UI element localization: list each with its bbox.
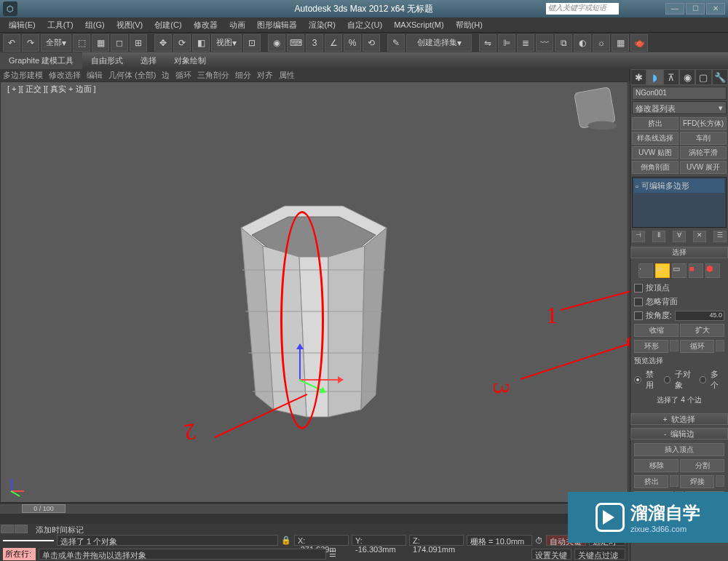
- move-button[interactable]: ✥: [154, 34, 172, 52]
- spinner-snap-button[interactable]: ⟲: [363, 34, 380, 52]
- preview-subobj-radio[interactable]: [664, 376, 670, 383]
- split-button[interactable]: 分割: [680, 459, 724, 472]
- subobj-vertex-button[interactable]: ·: [638, 263, 653, 278]
- layer-button[interactable]: ≣: [517, 34, 534, 52]
- ribbon-properties[interactable]: 属性: [279, 70, 295, 81]
- by-angle-checkbox[interactable]: [634, 311, 643, 320]
- modifier-editable-poly[interactable]: ▫可编辑多边形: [634, 179, 724, 193]
- modifier-stack[interactable]: ▫可编辑多边形: [632, 177, 727, 228]
- configure-sets-button[interactable]: ☰: [713, 231, 727, 242]
- ribbon-geometry[interactable]: 几何体 (全部): [108, 70, 156, 81]
- tab-modify-icon[interactable]: ◗: [646, 69, 662, 85]
- angle-spinner[interactable]: 45.0: [675, 311, 724, 321]
- btn-turbosmooth[interactable]: 涡轮平滑: [680, 146, 727, 159]
- material-editor-button[interactable]: ◐: [574, 34, 591, 52]
- ribbon-subdiv[interactable]: 细分: [235, 70, 251, 81]
- extrude-settings-button[interactable]: [670, 475, 678, 487]
- align-button[interactable]: ⊫: [498, 34, 515, 52]
- tab-motion-icon[interactable]: ◉: [679, 69, 695, 85]
- maximize-button[interactable]: ☐: [686, 3, 705, 15]
- menu-customize[interactable]: 自定义(U): [341, 18, 388, 32]
- time-ruler[interactable]: [0, 514, 628, 524]
- menu-views[interactable]: 视图(V): [111, 18, 149, 32]
- scale-button[interactable]: ◧: [192, 34, 210, 52]
- subobj-element-button[interactable]: ⬢: [705, 263, 720, 278]
- btn-unwrap-uvw[interactable]: UVW 展开: [680, 161, 727, 174]
- ignore-backfacing-checkbox[interactable]: [634, 298, 643, 306]
- time-slider-handle[interactable]: 0 / 100: [22, 504, 66, 513]
- menu-help[interactable]: 帮助(H): [450, 18, 488, 32]
- rollout-edit-edges-header[interactable]: - 编辑边: [630, 428, 728, 439]
- timeline-btn-1[interactable]: [1, 525, 14, 533]
- rollout-selection-header[interactable]: 选择: [630, 247, 728, 258]
- model-hexagon-cup[interactable]: [212, 184, 416, 431]
- weld-settings-button[interactable]: [716, 475, 724, 487]
- ribbon-tab-paint[interactable]: 对象绘制: [165, 52, 215, 69]
- ribbon-tris[interactable]: 三角剖分: [197, 70, 229, 81]
- ring-spinner[interactable]: [670, 340, 678, 351]
- remove-modifier-button[interactable]: ✕: [693, 231, 706, 242]
- key-filters-button[interactable]: 关键点过滤器: [574, 549, 625, 560]
- extrude-edge-button[interactable]: 挤出: [634, 475, 668, 488]
- percent-snap-button[interactable]: %: [344, 34, 361, 52]
- ribbon-tab-freeform[interactable]: 自由形式: [82, 52, 132, 69]
- time-config-icon[interactable]: ⏱: [535, 536, 543, 545]
- coord-y[interactable]: Y: -16.303mm: [352, 535, 406, 546]
- use-pivot-button[interactable]: ⊡: [243, 34, 261, 52]
- ribbon-polymodel[interactable]: 多边形建模: [3, 70, 43, 81]
- select-by-name-button[interactable]: ▦: [92, 34, 109, 52]
- loop-button[interactable]: 循环: [680, 340, 714, 353]
- render-frame-button[interactable]: ▦: [612, 34, 629, 52]
- menu-group[interactable]: 组(G): [79, 18, 111, 32]
- selection-filter-dropdown[interactable]: 全部 ▾: [41, 34, 71, 52]
- edit-named-sel-button[interactable]: ✎: [387, 34, 405, 52]
- loop-spinner[interactable]: [716, 340, 724, 351]
- menu-modifiers[interactable]: 修改器: [188, 18, 223, 32]
- subobj-polygon-button[interactable]: ■: [689, 263, 703, 278]
- select-object-button[interactable]: ⬚: [73, 34, 90, 52]
- ref-coord-dropdown[interactable]: 视图 ▾: [211, 34, 242, 52]
- add-time-tag-label[interactable]: 添加时间标记: [28, 525, 628, 533]
- menu-animation[interactable]: 动画: [223, 18, 251, 32]
- undo-button[interactable]: ↶: [3, 34, 20, 52]
- rect-region-button[interactable]: ◻: [111, 34, 128, 52]
- time-slider[interactable]: 0 / 100: [0, 504, 628, 514]
- comm-center-icon[interactable]: ☰: [329, 549, 336, 559]
- ribbon-align[interactable]: 对齐: [257, 70, 273, 81]
- snap-toggle-button[interactable]: 3: [306, 34, 323, 52]
- btn-extrude[interactable]: 挤出: [632, 117, 678, 130]
- weld-button[interactable]: 焊接: [680, 475, 714, 488]
- mirror-button[interactable]: ⇋: [479, 34, 496, 52]
- menu-rendering[interactable]: 渲染(R): [303, 18, 341, 32]
- ribbon-tab-graphite[interactable]: Graphite 建模工具: [0, 52, 82, 69]
- btn-bevel-profile[interactable]: 倒角剖面: [632, 161, 678, 174]
- ribbon-modifysel[interactable]: 修改选择: [49, 70, 81, 81]
- ribbon-edit[interactable]: 编辑: [87, 70, 103, 81]
- by-vertex-checkbox[interactable]: [634, 284, 643, 293]
- setkey-button[interactable]: 设置关键点: [531, 549, 571, 560]
- schematic-button[interactable]: ⧉: [555, 34, 572, 52]
- ring-button[interactable]: 环形: [634, 340, 668, 353]
- tab-create-icon[interactable]: ✱: [630, 69, 646, 85]
- help-search-input[interactable]: 键入关键字或短语: [546, 3, 619, 15]
- show-end-result-button[interactable]: Ⅱ: [652, 231, 665, 242]
- preview-off-radio[interactable]: [634, 376, 641, 383]
- viewport-label[interactable]: [ + ][ 正交 ][ 真实 + 边面 ]: [7, 84, 96, 95]
- btn-uvw-map[interactable]: UVW 贴图: [632, 146, 678, 159]
- coord-x[interactable]: X: -271.639m: [294, 535, 349, 546]
- render-button[interactable]: 🫖: [630, 34, 648, 52]
- grow-button[interactable]: 扩大: [680, 324, 724, 337]
- keyboard-shortcut-button[interactable]: ⌨: [287, 34, 304, 52]
- btn-ffd[interactable]: FFD(长方体): [680, 117, 727, 130]
- coord-z[interactable]: Z: 174.091mm: [409, 535, 464, 546]
- timeline-btn-2[interactable]: [15, 525, 28, 533]
- tab-display-icon[interactable]: ▢: [695, 69, 711, 85]
- subobj-edge-button[interactable]: ▱: [655, 263, 670, 278]
- redo-button[interactable]: ↷: [22, 34, 39, 52]
- render-setup-button[interactable]: ☼: [593, 34, 610, 52]
- shrink-button[interactable]: 收缩: [634, 324, 678, 337]
- modifier-list-dropdown[interactable]: 修改器列表▾: [632, 101, 727, 114]
- btn-spline-select[interactable]: 样条线选择: [632, 132, 678, 145]
- remove-button[interactable]: 移除: [634, 459, 678, 472]
- script-listener[interactable]: [3, 540, 54, 541]
